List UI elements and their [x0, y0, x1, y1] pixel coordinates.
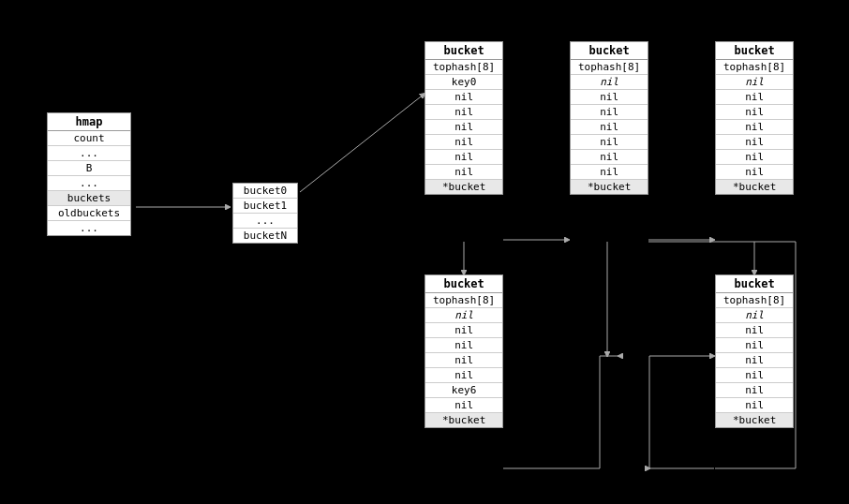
b2-nil2: nil — [571, 105, 648, 120]
b4-tophash: tophash[8] — [425, 293, 502, 308]
diagram: hmap count ... B ... buckets oldbuckets … — [0, 0, 849, 504]
b2-nil1: nil — [571, 90, 648, 105]
b1-nil4: nil — [425, 135, 502, 150]
b2-nil5: nil — [571, 150, 648, 165]
hmap-row-count: count — [48, 131, 130, 146]
ba-row-dots: ... — [233, 214, 297, 229]
b4-nil2: nil — [425, 338, 502, 353]
b2-bucket: *bucket — [571, 180, 648, 194]
b3-bucket: *bucket — [716, 180, 793, 194]
b5-nil1: nil — [716, 323, 793, 338]
b3-nil2: nil — [716, 105, 793, 120]
b3-nil1: nil — [716, 90, 793, 105]
b4-nil4: nil — [425, 368, 502, 383]
b4-nil0: nil — [425, 308, 502, 323]
b1-nil1: nil — [425, 90, 502, 105]
bucket-array-box: bucket0 bucket1 ... bucketN — [232, 183, 298, 244]
b1-tophash: tophash[8] — [425, 60, 502, 75]
b1-bucket: *bucket — [425, 180, 502, 194]
b3-nil5: nil — [716, 150, 793, 165]
b1-nil6: nil — [425, 165, 502, 180]
b4-nil1: nil — [425, 323, 502, 338]
b2-tophash: tophash[8] — [571, 60, 648, 75]
hmap-row-dots3: ... — [48, 221, 130, 235]
b4-key6: key6 — [425, 383, 502, 398]
b1-nil3: nil — [425, 120, 502, 135]
ba-row-N: bucketN — [233, 229, 297, 243]
hmap-row-buckets: buckets — [48, 191, 130, 206]
hmap-row-B: B — [48, 161, 130, 176]
b1-nil5: nil — [425, 150, 502, 165]
b2-nil0: nil — [571, 75, 648, 90]
bucket5-box: bucket tophash[8] nil nil nil nil nil ni… — [715, 274, 794, 428]
svg-line-3 — [300, 94, 424, 192]
b3-nil3: nil — [716, 120, 793, 135]
b2-nil4: nil — [571, 135, 648, 150]
b5-nil0: nil — [716, 308, 793, 323]
b3-nil4: nil — [716, 135, 793, 150]
bucket3-header: bucket — [716, 42, 793, 60]
b3-tophash: tophash[8] — [716, 60, 793, 75]
hmap-row-oldbuckets: oldbuckets — [48, 206, 130, 221]
ba-row-1: bucket1 — [233, 199, 297, 214]
b2-nil6: nil — [571, 165, 648, 180]
b5-nil2: nil — [716, 338, 793, 353]
b1-key0: key0 — [425, 75, 502, 90]
bucket1-box: bucket tophash[8] key0 nil nil nil nil n… — [424, 41, 503, 195]
bucket1-header: bucket — [425, 42, 502, 60]
b5-nil3: nil — [716, 353, 793, 368]
b2-nil3: nil — [571, 120, 648, 135]
ba-row-0: bucket0 — [233, 184, 297, 199]
bucket2-box: bucket tophash[8] nil nil nil nil nil ni… — [570, 41, 648, 195]
b5-tophash: tophash[8] — [716, 293, 793, 308]
b5-nil5: nil — [716, 383, 793, 398]
b3-nil0: nil — [716, 75, 793, 90]
hmap-row-dots2: ... — [48, 176, 130, 191]
hmap-header: hmap — [48, 113, 130, 131]
bucket3-box: bucket tophash[8] nil nil nil nil nil ni… — [715, 41, 794, 195]
bucket4-header: bucket — [425, 275, 502, 293]
bucket2-header: bucket — [571, 42, 648, 60]
b5-bucket: *bucket — [716, 413, 793, 427]
hmap-box: hmap count ... B ... buckets oldbuckets … — [47, 112, 131, 236]
b5-nil6: nil — [716, 398, 793, 413]
b1-nil2: nil — [425, 105, 502, 120]
b4-nil3: nil — [425, 353, 502, 368]
bucket5-header: bucket — [716, 275, 793, 293]
b4-nil5: nil — [425, 398, 502, 413]
b4-bucket: *bucket — [425, 413, 502, 427]
bucket4-box: bucket tophash[8] nil nil nil nil nil ke… — [424, 274, 503, 428]
b3-nil6: nil — [716, 165, 793, 180]
hmap-row-dots1: ... — [48, 146, 130, 161]
b5-nil4: nil — [716, 368, 793, 383]
